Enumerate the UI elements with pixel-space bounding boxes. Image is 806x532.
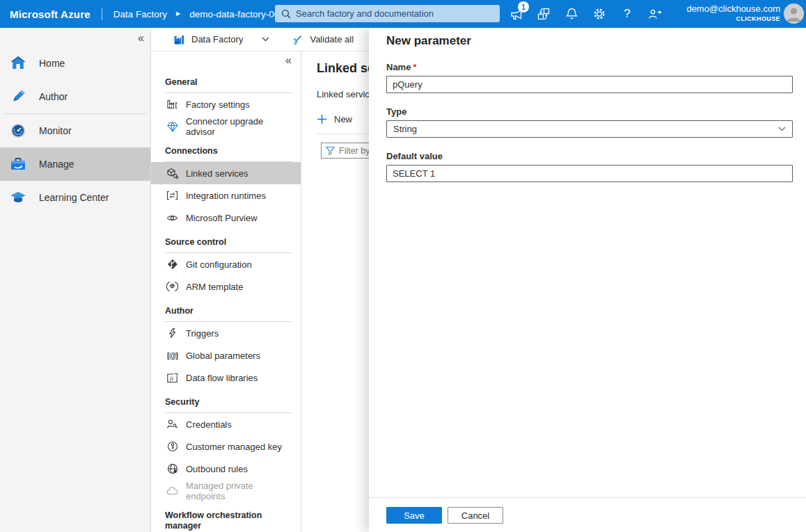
sidebar-item-customer-managed-key[interactable]: Customer managed key (165, 435, 292, 458)
collapse-sidebar-icon[interactable]: « (283, 53, 294, 68)
home-icon (9, 54, 27, 72)
panel-title: New parameter (386, 33, 793, 49)
directory-switch-icon[interactable] (535, 6, 553, 22)
sidebar-item-label: Factory settings (186, 99, 250, 110)
search-icon (281, 9, 291, 19)
manage-toolbox-icon (9, 155, 27, 173)
nav-item-learning-center[interactable]: Learning Center (0, 181, 150, 214)
global-parameters-icon: [@] (166, 351, 178, 360)
global-search[interactable] (275, 5, 500, 22)
credentials-icon (166, 419, 178, 430)
factory-icon (173, 34, 185, 45)
linked-services-icon (166, 168, 178, 179)
sidebar-section-general: General Factory settings Connector upgra… (165, 77, 292, 138)
svg-text:fx: fx (170, 376, 174, 382)
sidebar-item-label: ARM template (186, 282, 243, 292)
manage-sidebar: « General Factory settings Co (151, 51, 301, 532)
nav-item-monitor[interactable]: Monitor (0, 114, 150, 147)
diamond-icon (166, 122, 178, 132)
nav-item-label: Manage (39, 159, 74, 170)
name-label: Name* (386, 62, 793, 72)
sidebar-item-linked-services[interactable]: Linked services (151, 162, 301, 184)
chevron-down-icon (262, 37, 269, 42)
validate-all-label: Validate all (310, 34, 354, 45)
sidebar-item-triggers[interactable]: Triggers (165, 322, 292, 344)
sidebar-item-data-flow-libraries[interactable]: fx Data flow libraries (165, 366, 292, 389)
nav-item-label: Home (39, 58, 65, 69)
sidebar-section-author: Author Triggers [@] Global parameters fx (165, 306, 292, 389)
search-input[interactable] (296, 8, 493, 19)
notification-badge: 1 (518, 1, 529, 13)
feedback-person-icon[interactable] (646, 6, 664, 22)
nav-item-label: Monitor (39, 125, 72, 136)
sidebar-item-outbound-rules[interactable]: Outbound rules (165, 458, 292, 480)
account-info[interactable]: demo@clickhouse.com CLICKHOUSE (686, 3, 780, 24)
factory-selector-label: Data Factory (191, 34, 243, 45)
new-parameter-panel: New parameter Name* Type String Default … (369, 28, 806, 532)
author-pencil-icon (9, 88, 27, 106)
monitor-gauge-icon (9, 122, 27, 140)
sidebar-item-git-configuration[interactable]: Git configuration (165, 253, 292, 275)
sidebar-item-connector-upgrade-advisor[interactable]: Connector upgrade advisor (165, 115, 292, 138)
cloud-icon (166, 487, 178, 495)
sidebar-item-global-parameters[interactable]: [@] Global parameters (165, 344, 292, 366)
globe-icon (166, 463, 178, 474)
nav-item-label: Learning Center (39, 192, 109, 203)
chevron-down-icon (778, 127, 786, 131)
azure-logo[interactable]: Microsoft Azure (10, 8, 90, 20)
section-title: Workflow orchestration manager (165, 510, 292, 532)
nav-item-manage[interactable]: Manage (0, 147, 150, 181)
sidebar-section-connections: Connections Linked services (165, 146, 292, 229)
sidebar-item-credentials[interactable]: Credentials (165, 413, 292, 435)
section-title: Security (165, 397, 292, 413)
left-nav-rail: « Home Autho (0, 28, 151, 532)
validate-all-button[interactable]: Validate all (291, 33, 354, 45)
section-title: Connections (165, 146, 292, 162)
new-button-label: New (334, 114, 352, 124)
plus-icon (317, 114, 327, 124)
factory-selector[interactable]: Data Factory (173, 34, 269, 45)
sidebar-item-arm-template[interactable]: ARM template (165, 275, 292, 298)
collapse-leftnav-icon[interactable]: « (135, 31, 147, 46)
breadcrumb-app[interactable]: Data Factory (113, 9, 167, 19)
top-bar: Microsoft Azure Data Factory ▶ demo-data… (0, 0, 806, 28)
sidebar-item-managed-private-endpoints[interactable]: Managed private endpoints (165, 480, 292, 502)
type-dropdown[interactable]: String (386, 120, 793, 138)
sidebar-item-factory-settings[interactable]: Factory settings (165, 93, 292, 115)
sidebar-item-label: Integration runtimes (186, 191, 266, 201)
factory-settings-icon (166, 99, 178, 110)
integration-runtimes-icon (166, 191, 178, 200)
sidebar-item-integration-runtimes[interactable]: Integration runtimes (165, 184, 292, 207)
save-button[interactable]: Save (386, 507, 442, 524)
sidebar-item-label: Git configuration (186, 259, 252, 270)
sidebar-section-security: Security Credentials (165, 397, 292, 502)
bell-icon[interactable] (562, 6, 580, 22)
sidebar-item-microsoft-purview[interactable]: Microsoft Purview (165, 207, 292, 229)
topbar-divider (102, 8, 102, 20)
lightning-icon (166, 328, 178, 339)
nav-item-author[interactable]: Author (0, 80, 150, 113)
breadcrumb-factory[interactable]: demo-data-factory-00 (189, 9, 279, 19)
gear-icon[interactable] (590, 6, 608, 22)
section-title: Author (165, 306, 292, 322)
breadcrumb-caret-icon: ▶ (176, 11, 180, 17)
git-icon (166, 259, 178, 270)
nav-item-home[interactable]: Home (0, 47, 150, 80)
account-email: demo@clickhouse.com (686, 3, 780, 15)
help-icon[interactable]: ? (618, 6, 636, 22)
cancel-button[interactable]: Cancel (448, 507, 503, 524)
section-title: Source control (165, 237, 292, 253)
default-value-field[interactable] (386, 165, 793, 182)
section-title: General (165, 77, 292, 93)
sidebar-item-label: Credentials (186, 419, 232, 430)
sidebar-item-label: Linked services (186, 168, 248, 179)
required-asterisk: * (413, 62, 416, 72)
sidebar-item-label: Triggers (186, 328, 219, 339)
sidebar-section-source-control: Source control Git configuration (165, 237, 292, 298)
type-label: Type (386, 106, 793, 117)
name-field[interactable] (386, 76, 793, 93)
arm-template-icon (166, 281, 178, 292)
default-value-label: Default value (386, 151, 793, 161)
sidebar-item-label: Outbound rules (186, 464, 248, 474)
avatar[interactable] (784, 3, 804, 24)
